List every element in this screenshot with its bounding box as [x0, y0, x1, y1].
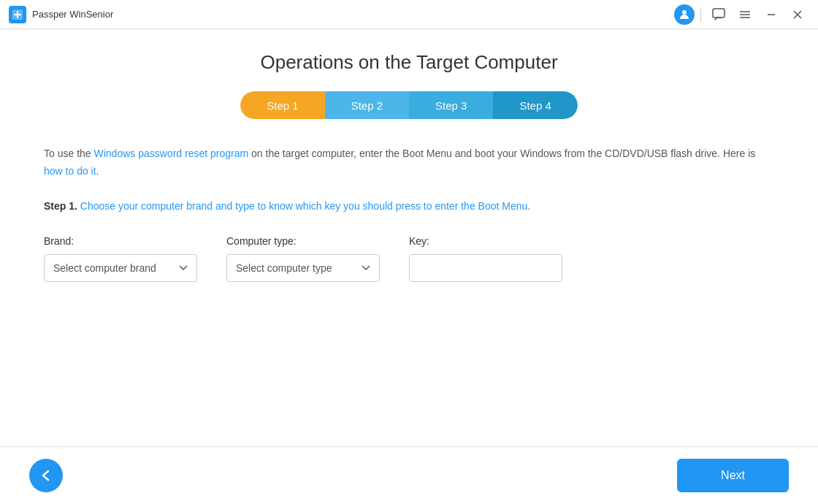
key-form-group: Key: [409, 235, 562, 282]
user-avatar-icon[interactable] [674, 4, 695, 25]
description-text: To use the Windows password reset progra… [44, 145, 774, 180]
password-reset-link[interactable]: Windows password reset program [94, 148, 249, 159]
form-row: Brand: Select computer brand Dell HP Len… [44, 235, 774, 282]
steps-container: Step 1 Step 2 Step 3 Step 4 [44, 91, 774, 119]
main-content: Operations on the Target Computer Step 1… [0, 29, 818, 446]
step-instruction-text: Choose your computer brand and type to k… [77, 200, 530, 212]
app-title: Passper WinSenior [32, 9, 113, 20]
brand-label: Brand: [44, 235, 197, 247]
step-4[interactable]: Step 4 [493, 91, 577, 119]
menu-icon[interactable] [733, 3, 757, 26]
brand-select[interactable]: Select computer brand Dell HP Lenovo ASU… [44, 254, 197, 282]
svg-point-1 [682, 10, 687, 15]
key-input[interactable] [409, 254, 562, 282]
app-icon [9, 6, 26, 23]
brand-form-group: Brand: Select computer brand Dell HP Len… [44, 235, 197, 282]
svg-rect-2 [713, 9, 725, 18]
type-select[interactable]: Select computer type Desktop Laptop [226, 254, 380, 282]
separator [700, 7, 701, 22]
title-bar: Passper WinSenior [0, 0, 818, 29]
chat-icon[interactable] [707, 3, 730, 26]
key-label: Key: [409, 235, 562, 247]
step-1[interactable]: Step 1 [240, 91, 324, 119]
back-button[interactable] [29, 459, 63, 492]
type-label: Computer type: [226, 235, 380, 247]
page-title: Operations on the Target Computer [44, 51, 774, 74]
step-3[interactable]: Step 3 [409, 91, 493, 119]
how-to-link[interactable]: how to do it [44, 165, 96, 177]
close-icon[interactable] [786, 3, 809, 26]
bottom-bar: Next [0, 446, 818, 504]
type-form-group: Computer type: Select computer type Desk… [226, 235, 380, 282]
step-label: Step 1. [44, 200, 77, 212]
next-button[interactable]: Next [677, 459, 789, 492]
title-bar-controls [674, 3, 809, 26]
steps-bar: Step 1 Step 2 Step 3 Step 4 [240, 91, 578, 119]
minimize-icon[interactable] [760, 3, 783, 26]
step-instruction: Step 1. Choose your computer brand and t… [44, 198, 774, 215]
step-2[interactable]: Step 2 [325, 91, 409, 119]
title-bar-left: Passper WinSenior [9, 6, 113, 23]
